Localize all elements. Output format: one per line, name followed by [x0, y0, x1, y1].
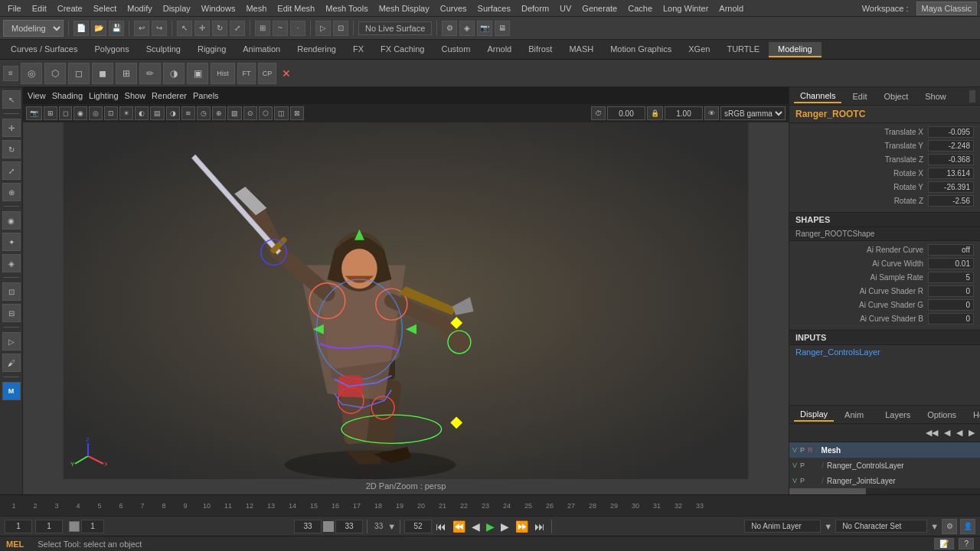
vt-frame-count[interactable]: ⏱ [591, 106, 606, 120]
layer-mesh-v[interactable]: V [792, 446, 797, 454]
vt-lock-icon[interactable]: 🔒 [647, 106, 663, 120]
vt-eye-icon[interactable]: 👁 [704, 106, 719, 120]
scale-btn[interactable]: ⤢ [2, 161, 21, 180]
layers-help[interactable]: Help [967, 409, 980, 421]
translate-x-value[interactable]: -0.095 [928, 126, 974, 138]
frame-marker-val[interactable] [81, 520, 104, 533]
tab-xgen[interactable]: XGen [681, 42, 717, 57]
ipr-icon[interactable]: ⊡ [333, 21, 348, 36]
channels-edit-tab[interactable]: Edit [846, 90, 873, 103]
menu-arnold[interactable]: Arnold [714, 2, 748, 15]
rotate-x-value[interactable]: 13.614 [928, 168, 974, 179]
menu-file[interactable]: File [3, 2, 26, 15]
shelf-options-icon[interactable]: ≡ [3, 66, 18, 81]
vp-menu-renderer[interactable]: Renderer [152, 91, 187, 100]
paint-effects-btn[interactable]: 🖌 [2, 354, 21, 372]
menu-long-winter[interactable]: Long Winter [658, 2, 713, 15]
play-fwd-btn[interactable]: ▶ [484, 520, 497, 533]
vt-gamma-select[interactable]: sRGB gamma [720, 106, 786, 120]
measure-btn[interactable]: ⊟ [2, 304, 21, 322]
tab-sculpting[interactable]: Sculpting [139, 42, 188, 57]
vp-menu-view[interactable]: View [28, 91, 46, 100]
tab-mash[interactable]: MASH [561, 42, 601, 57]
shelf-icon-0[interactable]: ◎ [21, 63, 42, 84]
shelf-icon-ft[interactable]: FT [237, 63, 256, 84]
menu-surfaces[interactable]: Surfaces [473, 2, 515, 15]
vt-resolution-icon[interactable]: ⬡ [259, 106, 273, 120]
vt-smooth-icon[interactable]: ◉ [74, 106, 87, 120]
menu-cache[interactable]: Cache [623, 2, 657, 15]
move-btn[interactable]: ✛ [2, 119, 21, 137]
redo-icon[interactable]: ↪ [152, 21, 167, 36]
channels-object-tab[interactable]: Object [877, 90, 914, 103]
display-tab[interactable]: Display [794, 408, 834, 422]
vt-hud-icon[interactable]: ⊕ [212, 106, 226, 120]
sculpt-btn[interactable]: ✦ [2, 233, 21, 251]
vt-dof-icon[interactable]: ◷ [197, 106, 211, 120]
translate-z-value[interactable]: -0.368 [928, 154, 974, 165]
snap-grid-icon[interactable]: ⊞ [255, 21, 270, 36]
shelf-icon-6[interactable]: ◑ [163, 63, 185, 84]
universal-manip-btn[interactable]: ⊕ [2, 183, 21, 201]
vp-menu-lighting[interactable]: Lighting [89, 91, 119, 100]
layers-scrollbar[interactable] [789, 488, 980, 494]
vt-wire-icon[interactable]: ◻ [59, 106, 72, 120]
tab-polygons[interactable]: Polygons [87, 42, 136, 57]
shelf-icon-5[interactable]: ✏ [139, 63, 161, 84]
rp-resize-handle[interactable] [969, 90, 975, 103]
ai-shader-r-value[interactable]: 0 [928, 285, 974, 297]
current-frame-input[interactable] [35, 520, 63, 533]
hardware-render-icon[interactable]: 🖥 [495, 21, 510, 36]
go-end-btn[interactable]: ⏭ [532, 520, 547, 533]
menu-generate[interactable]: Generate [577, 2, 622, 15]
layer-row-controls[interactable]: V P / Ranger_ControlsLayer [789, 458, 980, 473]
ai-render-curve-value[interactable]: off [928, 244, 974, 256]
shelf-icon-1[interactable]: ⬡ [44, 63, 66, 84]
layer-controls-p[interactable]: P [800, 461, 805, 469]
vt-deform-icon[interactable]: ⊡ [104, 106, 118, 120]
tab-rigging[interactable]: Rigging [190, 42, 234, 57]
layers-scroll-thumb[interactable] [789, 488, 866, 494]
menu-curves[interactable]: Curves [436, 2, 472, 15]
anim-tab[interactable]: Anim [838, 409, 870, 421]
vt-motion-blur-icon[interactable]: ≋ [181, 106, 195, 120]
menu-windows[interactable]: Windows [197, 2, 240, 15]
shelf-icon-cp[interactable]: CP [258, 63, 276, 84]
save-file-icon[interactable]: 💾 [109, 21, 124, 36]
prev-key-btn[interactable]: ⏪ [450, 520, 468, 533]
rotate-z-value[interactable]: -2.56 [928, 195, 974, 207]
vp-menu-show[interactable]: Show [125, 91, 146, 100]
render-icon[interactable]: ▷ [315, 21, 331, 36]
ai-shader-g-value[interactable]: 0 [928, 299, 974, 311]
menu-mesh-display[interactable]: Mesh Display [374, 2, 434, 15]
menu-edit-mesh[interactable]: Edit Mesh [273, 2, 319, 15]
char-set-arrow[interactable]: ▼ [930, 522, 939, 531]
play-frame-count[interactable] [404, 520, 432, 533]
vp-menu-shading[interactable]: Shading [52, 91, 83, 100]
undo-icon[interactable]: ↩ [134, 21, 149, 36]
tab-arnold[interactable]: Arnold [479, 42, 519, 57]
tab-curves-surfaces[interactable]: Curves / Surfaces [3, 42, 85, 57]
layer-mesh-r[interactable]: R [808, 446, 813, 454]
vt-lighting-icon[interactable]: ☀ [119, 106, 133, 120]
vt-heads-up-icon[interactable]: ▧ [227, 106, 242, 120]
vt-ao-icon[interactable]: ◑ [166, 106, 180, 120]
shelf-icon-2[interactable]: ◻ [68, 63, 90, 84]
viewport-3d[interactable]: View Shading Lighting Show Renderer Pane… [23, 87, 789, 494]
prev-frame-btn[interactable]: ◀ [469, 520, 482, 533]
vt-grid-icon[interactable]: ⊞ [44, 106, 57, 120]
anim-settings-icon[interactable]: ⚙ [942, 519, 957, 534]
select-tool-icon[interactable]: ↖ [177, 21, 192, 36]
vt-xray-icon[interactable]: ◎ [89, 106, 103, 120]
snap-btn[interactable]: ⊡ [2, 282, 21, 301]
tab-motion-graphics[interactable]: Motion Graphics [603, 42, 679, 57]
channels-tab[interactable]: Channels [794, 90, 841, 103]
tab-turtle[interactable]: TURTLE [719, 42, 767, 57]
timeline-ruler[interactable]: 1 2 3 4 5 6 7 8 9 10 11 12 13 14 15 16 1… [0, 494, 980, 516]
layers-option[interactable]: Layers [879, 409, 916, 421]
tab-animation[interactable]: Animation [235, 42, 288, 57]
menu-uv[interactable]: UV [555, 2, 576, 15]
shelf-icon-4[interactable]: ⊞ [116, 63, 137, 84]
inputs-item[interactable]: Ranger_ControlsLayer [789, 345, 980, 359]
layer-nav-4[interactable]: ▶ [966, 428, 977, 438]
